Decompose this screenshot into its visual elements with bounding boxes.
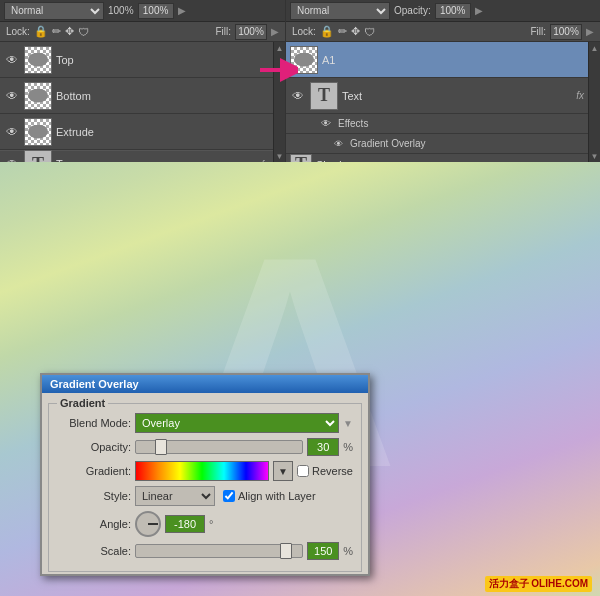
shield-icon-left[interactable]: 🛡 <box>78 26 89 38</box>
eye-text-right[interactable]: 👁 <box>290 88 306 104</box>
layers-panel-left: Normal Overlay Multiply 100% ▶ Lock: 🔒 ✏… <box>0 0 286 162</box>
lock-label-right: Lock: <box>292 26 316 37</box>
opacity-input-right[interactable] <box>435 3 471 19</box>
opacity-thumb[interactable] <box>155 439 167 455</box>
canvas-area: A Gradient Overlay Gradient Blend Mode: … <box>0 162 600 596</box>
thumb-extrude <box>24 118 52 146</box>
right-panel-header: Normal Overlay Opacity: ▶ <box>286 0 600 22</box>
brush-icon-right[interactable]: ✏ <box>338 25 347 38</box>
thumb-text-left: T <box>24 150 52 162</box>
thumb-bottom <box>24 82 52 110</box>
layer-name-text-right: Text <box>342 90 572 102</box>
gradient-dialog-label: Gradient: <box>57 465 131 477</box>
reverse-checkbox-label[interactable]: Reverse <box>297 465 353 477</box>
blend-mode-select-right[interactable]: Normal Overlay <box>290 2 390 20</box>
layer-text-left[interactable]: 👁 T T fx <box>0 150 273 162</box>
fill-input-left[interactable] <box>235 24 267 40</box>
arrow-right-left: ▶ <box>178 5 186 16</box>
eye-extrude[interactable]: 👁 <box>4 124 20 140</box>
fill-input-right[interactable] <box>550 24 582 40</box>
angle-indicator <box>148 523 158 525</box>
scale-thumb[interactable] <box>280 543 292 559</box>
scroll-down-right[interactable]: ▼ <box>589 150 600 162</box>
eye-gradient-overlay[interactable]: 👁 <box>330 136 346 152</box>
fill-arrow-left: ▶ <box>271 26 279 37</box>
right-layers-list: A1 👁 T Text fx 👁 Effects <box>286 42 588 162</box>
left-layers-list: 👁 Top 👁 Bottom <box>0 42 273 162</box>
move-icon-left[interactable]: ✥ <box>65 25 74 38</box>
scrollbar-right[interactable]: ▲ ▼ <box>588 42 600 162</box>
blend-mode-row: Blend Mode: Overlay Normal Multiply Scre… <box>57 413 353 433</box>
opacity-label-right: Opacity: <box>394 5 431 16</box>
gradient-picker[interactable] <box>135 461 269 481</box>
layer-shadow[interactable]: T Shadow <box>286 154 588 162</box>
layer-effects[interactable]: 👁 Effects <box>286 114 588 134</box>
angle-value-input[interactable]: -180 <box>165 515 205 533</box>
transition-arrow <box>258 55 298 87</box>
layer-extrude[interactable]: 👁 Extrude <box>0 114 273 150</box>
lock-row-right: Lock: 🔒 ✏ ✥ 🛡 Fill: ▶ <box>286 22 600 42</box>
style-dialog-label: Style: <box>57 490 131 502</box>
scroll-down-left[interactable]: ▼ <box>274 150 285 162</box>
reverse-checkbox[interactable] <box>297 465 309 477</box>
effects-label: Effects <box>338 118 368 129</box>
layer-top[interactable]: 👁 Top <box>0 42 273 78</box>
shield-icon-right[interactable]: 🛡 <box>364 26 375 38</box>
opacity-row: Opacity: 30 % <box>57 438 353 456</box>
scale-value-input[interactable]: 150 <box>307 542 339 560</box>
reverse-label: Reverse <box>312 465 353 477</box>
eye-effects[interactable]: 👁 <box>318 116 334 132</box>
thumb-shadow: T <box>290 154 312 163</box>
scale-dialog-label: Scale: <box>57 545 131 557</box>
opacity-value-input[interactable]: 30 <box>307 438 339 456</box>
gradient-overlay-label: Gradient Overlay <box>350 138 426 149</box>
move-icon-right[interactable]: ✥ <box>351 25 360 38</box>
blend-mode-dialog-select[interactable]: Overlay Normal Multiply Screen <box>135 413 339 433</box>
scroll-up-right[interactable]: ▲ <box>589 42 600 54</box>
angle-degree: ° <box>209 518 213 530</box>
gradient-overlay-dialog: Gradient Overlay Gradient Blend Mode: Ov… <box>40 373 370 576</box>
eye-top[interactable]: 👁 <box>4 52 20 68</box>
angle-row: Angle: -180 ° <box>57 511 353 537</box>
dialog-titlebar[interactable]: Gradient Overlay <box>42 375 368 393</box>
blend-mode-select-left[interactable]: Normal Overlay Multiply <box>4 2 104 20</box>
fill-arrow-right: ▶ <box>586 26 594 37</box>
opacity-label-left: 100% <box>108 5 134 16</box>
gradient-dropdown[interactable]: ▼ <box>273 461 293 481</box>
scale-row: Scale: 150 % <box>57 542 353 560</box>
layer-name-a1: A1 <box>322 54 584 66</box>
layer-bottom[interactable]: 👁 Bottom <box>0 78 273 114</box>
align-label: Align with Layer <box>238 490 316 502</box>
align-checkbox[interactable] <box>223 490 235 502</box>
dialog-body: Gradient Blend Mode: Overlay Normal Mult… <box>42 393 368 574</box>
opacity-dialog-label: Opacity: <box>57 441 131 453</box>
opacity-slider[interactable] <box>135 440 303 454</box>
blend-mode-label: Blend Mode: <box>57 417 131 429</box>
layer-text-right[interactable]: 👁 T Text fx <box>286 78 588 114</box>
lock-icon-left[interactable]: 🔒 <box>34 25 48 38</box>
scale-percent: % <box>343 545 353 557</box>
arrow-right-right: ▶ <box>475 5 483 16</box>
left-panel-header: Normal Overlay Multiply 100% ▶ <box>0 0 285 22</box>
scroll-up-left[interactable]: ▲ <box>274 42 285 54</box>
scale-slider[interactable] <box>135 544 303 558</box>
dialog-title-text: Gradient Overlay <box>50 378 139 390</box>
left-layers-content: 👁 Top 👁 Bottom <box>0 42 285 162</box>
lock-icon-right[interactable]: 🔒 <box>320 25 334 38</box>
layer-a1[interactable]: A1 <box>286 42 588 78</box>
fill-label-right: Fill: <box>530 26 546 37</box>
layer-name-bottom: Bottom <box>56 90 269 102</box>
layer-gradient-overlay[interactable]: 👁 Gradient Overlay <box>286 134 588 154</box>
angle-dial[interactable] <box>135 511 161 537</box>
thumb-text-right: T <box>310 82 338 110</box>
opacity-input-left[interactable] <box>138 3 174 19</box>
eye-bottom[interactable]: 👁 <box>4 88 20 104</box>
lock-row-left: Lock: 🔒 ✏ ✥ 🛡 Fill: ▶ <box>0 22 285 42</box>
brush-icon-left[interactable]: ✏ <box>52 25 61 38</box>
layer-name-top: Top <box>56 54 269 66</box>
align-checkbox-label[interactable]: Align with Layer <box>223 490 316 502</box>
style-select[interactable]: Linear Radial Angle Reflected Diamond <box>135 486 215 506</box>
layers-panel-right: Normal Overlay Opacity: ▶ Lock: 🔒 ✏ ✥ 🛡 … <box>286 0 600 162</box>
blend-mode-dropdown-arrow[interactable]: ▼ <box>343 418 353 429</box>
layer-name-extrude: Extrude <box>56 126 269 138</box>
